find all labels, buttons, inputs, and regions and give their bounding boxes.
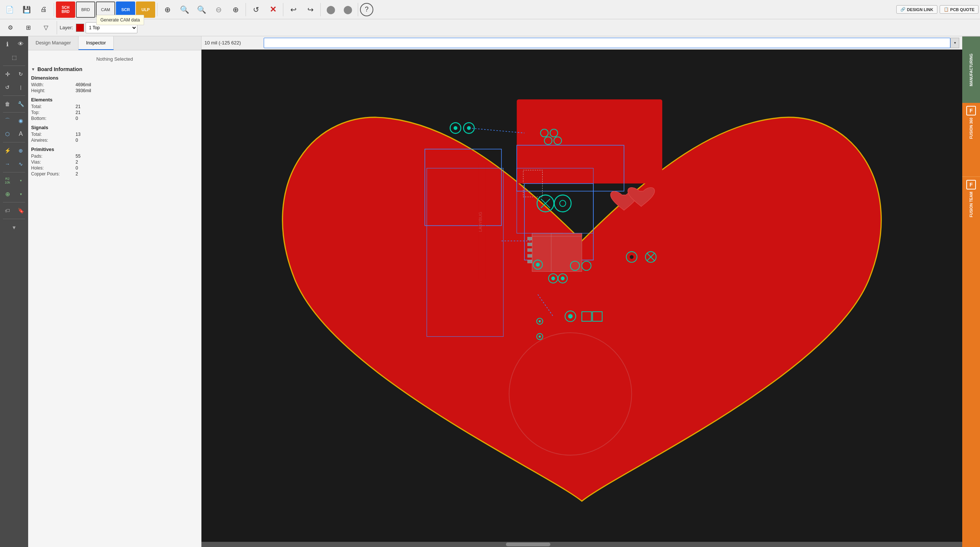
route-tool-button[interactable]: → <box>1 158 14 170</box>
tool-pair-net: ⚡ ⊕ <box>1 144 27 157</box>
coord-text: 10 mil (-125 622) <box>204 40 264 46</box>
zoom-fit-button[interactable]: ⊕ <box>159 2 175 18</box>
copper-pours-row: Copper Pours: 2 <box>31 171 198 176</box>
sep2 <box>157 3 158 16</box>
move-tool-button[interactable]: ✛ <box>1 68 14 80</box>
pcb-quote-button[interactable]: 📋 PCB QUOTE <box>940 5 978 14</box>
tooltip-generate-cam: Generate CAM data <box>96 15 144 25</box>
horizontal-scrollbar[interactable] <box>202 542 962 547</box>
tag-tool-button[interactable]: 🔖 <box>14 204 27 217</box>
undo-tool-button[interactable]: ↺ <box>1 81 14 94</box>
signals-section: Signals Total: 13 Airwires: 0 <box>31 125 198 143</box>
text-tool-button[interactable]: A <box>14 128 27 140</box>
tool-sep1 <box>3 65 25 66</box>
panel-tabs: Design Manager Inspector <box>28 36 201 50</box>
more-tools-button[interactable]: ▾ <box>8 221 21 233</box>
collapse-icon[interactable]: ▼ <box>31 67 35 71</box>
conn-1-center <box>568 314 573 318</box>
pads-row: Pads: 55 <box>31 154 198 159</box>
undo-button[interactable]: ↩ <box>285 2 301 18</box>
polygon-tool-button[interactable]: ⬡ <box>1 128 14 140</box>
sch-button[interactable]: SCHBRD <box>56 2 75 18</box>
via-tool-button[interactable]: ⊕ <box>14 144 27 157</box>
via-1-center <box>539 320 541 322</box>
tool-pair-draw: ⌒ ◉ <box>1 114 27 127</box>
fusion-f-icon-bottom: F <box>966 180 976 189</box>
tool-pair-add: ⊕ ▾ <box>1 188 27 200</box>
layer-color-box <box>76 24 84 32</box>
zoom-out-button[interactable]: 🔍 <box>193 2 210 18</box>
r2-dropdown[interactable]: ▾ <box>14 174 27 187</box>
save-button[interactable]: 💾 <box>19 2 35 18</box>
fusion-f-icon-top: F <box>966 106 976 116</box>
command-input[interactable] <box>264 38 950 48</box>
grid-button[interactable]: ⊞ <box>20 20 36 36</box>
manufacturing-panel-button[interactable]: MANUFACTURING <box>962 36 980 103</box>
x-button[interactable]: ✕ <box>265 2 281 18</box>
fusion360-top-panel-button[interactable]: F FUSION 360 <box>962 103 980 177</box>
pad-b5-center <box>561 276 565 280</box>
delete-tool-button[interactable]: 🗑 <box>1 98 14 110</box>
add-tool-button[interactable]: ⊕ <box>1 188 14 200</box>
label-tool-button[interactable]: 🏷 <box>1 204 14 217</box>
primitives-title: Primitives <box>31 147 198 152</box>
add-dropdown[interactable]: ▾ <box>14 188 27 200</box>
width-key: Width: <box>31 82 76 87</box>
primitives-section: Primitives Pads: 55 Vias: 2 Holes: 0 Cop… <box>31 147 198 176</box>
tool-pair-move: ✛ ↻ <box>1 68 27 80</box>
holes-row: Holes: 0 <box>31 165 198 171</box>
mirror-tool-button[interactable]: | <box>14 81 27 94</box>
tool-pair-shapes: ⬡ A <box>1 128 27 140</box>
print-button[interactable]: 🖨 <box>35 2 52 18</box>
board-label: LADYBUG <box>478 212 483 231</box>
display-tool-button[interactable]: 👁 <box>14 38 27 50</box>
tool-pair-undo: ↺ | <box>1 81 27 94</box>
tool-sep2 <box>3 95 25 96</box>
pad-b4-center <box>551 276 555 280</box>
sep4 <box>283 3 283 16</box>
stop1-button[interactable]: ⬤ <box>323 2 339 18</box>
node-tool-button[interactable]: ◉ <box>14 114 27 127</box>
resistor-tool: R210k ▾ <box>1 174 27 187</box>
select-box-tool-button[interactable]: ⬚ <box>8 51 21 63</box>
tab-inspector[interactable]: Inspector <box>78 36 113 50</box>
signals-total-row: Total: 13 <box>31 132 198 137</box>
wave-tool-button[interactable]: ∿ <box>14 158 27 170</box>
new-button[interactable]: 📄 <box>2 2 18 18</box>
link-icon: 🔗 <box>900 7 905 12</box>
elements-title: Elements <box>31 97 198 103</box>
sep3 <box>245 3 246 16</box>
height-row: Height: 3936mil <box>31 88 198 93</box>
properties-tool-button[interactable]: 🔧 <box>14 98 27 110</box>
layer-settings-button[interactable]: ⚙ <box>2 20 19 36</box>
net-tool-button[interactable]: ⚡ <box>1 144 14 157</box>
refresh-button[interactable]: ↺ <box>248 2 264 18</box>
arc-tool-button[interactable]: ⌒ <box>1 114 14 127</box>
layer-label: Layer: <box>60 25 73 30</box>
elements-bottom-row: Bottom: 0 <box>31 116 198 121</box>
zoom-in-button[interactable]: 🔍 <box>176 2 192 18</box>
stop2-button[interactable]: ⬤ <box>340 2 356 18</box>
panel-content: Nothing Selected ▼ Board Information Dim… <box>28 50 201 547</box>
redo-button[interactable]: ↪ <box>302 2 318 18</box>
pad-b1-center <box>536 263 539 266</box>
zoom-minus-button[interactable]: ⊖ <box>210 2 227 18</box>
fusion-team-panel-button[interactable]: F FUSION TEAM <box>962 177 980 547</box>
help-button[interactable]: ? <box>360 3 373 16</box>
height-val: 3936mil <box>76 88 91 93</box>
tool-sep3 <box>3 112 25 113</box>
zoom-plus-button[interactable]: ⊕ <box>228 2 244 18</box>
rotate-tool-button[interactable]: ↻ <box>14 68 27 80</box>
via-2-center <box>539 335 541 338</box>
coord-dropdown[interactable]: ▾ <box>950 38 959 48</box>
tab-design-manager[interactable]: Design Manager <box>28 36 78 50</box>
design-link-button[interactable]: 🔗 DESIGN LINK <box>896 5 937 14</box>
info-tool-button[interactable]: ℹ <box>1 38 14 50</box>
sep1 <box>54 3 54 16</box>
inspector-panel: Design Manager Inspector Nothing Selecte… <box>28 36 202 547</box>
filter-button[interactable]: ▽ <box>38 20 54 36</box>
pcb-canvas[interactable]: LADYBUG <box>202 49 962 547</box>
brd-button[interactable]: BRD <box>76 2 95 18</box>
ic-pad-4 <box>527 254 532 257</box>
scrollbar-thumb[interactable] <box>506 542 550 546</box>
